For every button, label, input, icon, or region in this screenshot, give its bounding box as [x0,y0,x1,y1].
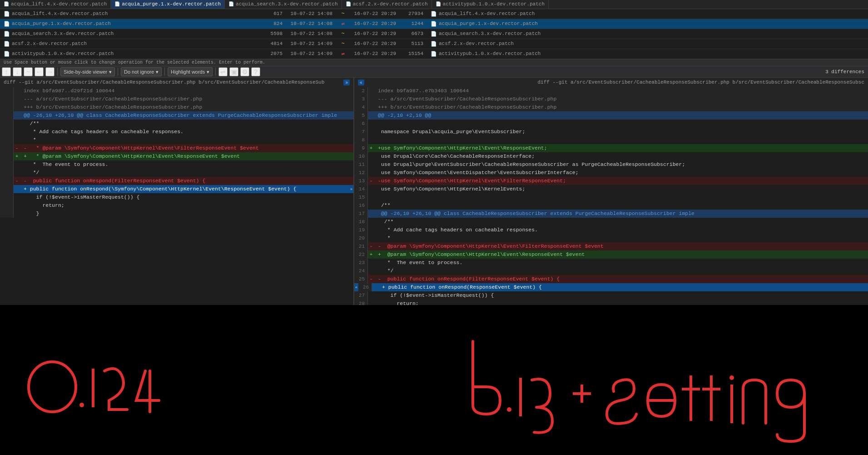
tab-icon-3: 📄 [346,1,351,7]
right-line-num-5: 7 [354,128,368,136]
col-name-0: 📄acquia_lift.4.x-dev.rector.patch [0,11,259,17]
highlight-dropdown[interactable]: Highlight words ▾ [168,67,213,76]
left-diff-line-8: ++ * @param \Symfony\Component\HttpKerne… [0,152,353,160]
left-line-marker-13 [14,193,20,201]
right-line-content-22: */ [374,267,868,275]
left-diff-line-11: -- public function onRespond(FilterRespo… [0,177,353,185]
settings-icon-button[interactable]: ⚙ [240,67,249,76]
left-line-marker-7: - [14,144,20,152]
col-status-0: ~ [336,10,350,17]
right-diff-line-19: 21-- @param \Symfony\Component\HttpKerne… [354,242,868,250]
right-diff-line-23: 25-- public function onRespond(FilterRes… [354,275,868,283]
right-line-num-15: 17 [354,210,368,218]
left-line-marker-8: + [14,152,20,160]
left-line-content-0: index b9fa987..d29f21d 100644 [20,87,353,95]
file-name-left-4: activitypub.1.0.x-dev.rector.patch [12,51,114,56]
file-size-left-3: 4814 [271,41,283,46]
right-line-marker-10 [368,169,374,177]
down-button[interactable]: ↓ [13,67,22,76]
left-line-content-9: * The event to process. [20,160,353,169]
right-line-content-25: if (!$event->isMasterRequest()) { [374,291,868,300]
next-diff-button[interactable]: → [45,67,55,76]
col-status-1: ⇌ [336,20,350,27]
file-row-3[interactable]: 📄acsf.2.x-dev.rector.patch 4814 10-07-22… [0,39,868,49]
toolbar-separator-2 [118,68,118,76]
file-name-left-3: acsf.2.x-dev.rector.patch [12,41,87,46]
file-tab-3[interactable]: 📄acsf.2.x-dev.rector.patch [342,0,432,9]
right-diff-line-2: 4+++ b/src/EventSubscriber/CacheableResp… [354,103,868,111]
left-line-content-13: if (!$event->isMasterRequest()) { [20,193,353,201]
viewer-dropdown[interactable]: Side-by-side viewer ▾ [60,67,115,76]
col-date2-2: 16-07-22 20:29 [350,31,400,36]
file-name-right-1: acquia_purge.1.x-dev.rector.patch [439,21,538,26]
right-line-marker-20: + [368,250,374,259]
diff-gutter-btn-left[interactable]: » [343,80,350,85]
tab-label-1: acquia_purge.1.x-dev.rector.patch [122,1,221,7]
tab-icon-2: 📄 [228,1,234,7]
right-line-content-7: +use Symfony\Component\HttpKernel\Event\… [374,144,868,152]
toolbar: ↑ ↓ ~ ← → Side-by-side viewer ▾ Do not i… [0,66,868,78]
left-line-marker-15 [14,210,20,218]
col-date2-0: 16-07-22 20:29 [350,11,400,16]
col-status-4: ⇌ [336,50,350,57]
right-line-num-8: 10 [354,152,368,160]
ignore-dropdown[interactable]: Do not ignore ▾ [121,67,162,76]
up-button[interactable]: ↑ [2,67,11,76]
right-line-content-6 [374,136,868,144]
right-diff-line-1: 3--- a/src/EventSubscriber/CacheableResp… [354,95,868,103]
merge-icon-button[interactable]: ⇌ [218,67,228,76]
right-diff-line-14: 16 /** [354,201,868,210]
left-line-marker-5 [14,128,20,136]
file-row-4[interactable]: 📄activitypub.1.0.x-dev.rector.patch 2075… [0,49,868,59]
file-size-left-2: 5598 [271,31,283,36]
file-row-2[interactable]: 📄acquia_search.3.x-dev.rector.patch 5598… [0,29,868,39]
col-size2-1: 1244 [400,21,427,26]
status-bar-text: Use Space button or mouse click to chang… [4,60,265,65]
left-diff-line-15: } [0,210,353,218]
col-size2-3: 5113 [400,41,427,46]
col-date-2: 10-07-22 14:08 [286,31,336,36]
left-diff-line-5: * Add cache tags headers on cacheable re… [0,128,353,136]
help-icon-button[interactable]: ? [251,67,260,76]
file-row-0[interactable]: 📄acquia_lift.4.x-dev.rector.patch 617 10… [0,9,868,19]
file-tab-0[interactable]: 📄acquia_lift.4.x-dev.rector.patch [0,0,111,9]
right-line-content-16: /** [374,218,868,226]
right-line-content-14: /** [374,201,868,210]
diff-gutter-btn-right[interactable]: « [358,80,364,85]
col-size-0: 617 [259,11,286,16]
left-line-num-3 [0,111,14,120]
file-date-right-4: 16-07-22 20:29 [354,51,396,56]
right-line-num-7: 9 [354,144,368,152]
left-line-num-11 [0,177,14,185]
right-line-content-5: namespace Drupal\acquia_purge\EventSubsc… [374,128,868,136]
right-line-content-11: -use Symfony\Component\HttpKernel\Event\… [374,177,868,185]
file-row-1[interactable]: 📄acquia_purge.1.x-dev.rector.patch 824 1… [0,19,868,29]
file-name-right-3: acsf.2.x-dev.rector.patch [439,41,514,46]
file-tab-1[interactable]: 📄acquia_purge.1.x-dev.rector.patch [111,0,225,9]
diff-header-left: diff --git a/src/EventSubscriber/Cacheab… [0,78,353,87]
right-diff-line-17: 19 * Add cache tags headers on cacheable… [354,226,868,234]
left-nav-arrow-12[interactable]: » [349,185,353,193]
status-icon-changed: ~ [341,30,344,37]
right-line-content-10: use Symfony\Component\EventDispatcher\Ev… [374,169,868,177]
left-diff-line-7: -- * @param \Symfony\Component\HttpKerne… [0,144,353,152]
right-nav-arrow-24[interactable]: « [354,283,358,291]
file-tab-4[interactable]: 📄activitypub.1.0.x-dev.rector.patch [432,0,549,9]
col-size-3: 4814 [259,41,286,46]
file-date-right-1: 16-07-22 20:29 [354,21,396,26]
left-line-content-8: + * @param \Symfony\Component\HttpKernel… [20,152,353,160]
file-size-left-4: 2075 [271,51,283,56]
right-diff-line-16: 18 /** [354,218,868,226]
left-line-marker-10 [14,169,20,177]
file-tab-2[interactable]: 📄acquia_search.3.x-dev.rector.patch [225,0,342,9]
status-icon-conflict: ⇌ [341,51,344,57]
svg-point-1 [79,403,84,407]
file-name-right-0: acquia_lift.4.x-dev.rector.patch [439,11,535,16]
right-line-num-11: 13 [354,177,368,185]
left-line-content-2: +++ b/src/EventSubscriber/CacheableRespo… [20,103,353,111]
left-line-marker-12 [14,185,20,193]
squiggly-button[interactable]: ~ [24,67,33,76]
side-by-side-icon-button[interactable]: ▣ [229,67,238,76]
prev-diff-button[interactable]: ← [35,67,44,76]
right-line-num-18: 20 [354,234,368,242]
